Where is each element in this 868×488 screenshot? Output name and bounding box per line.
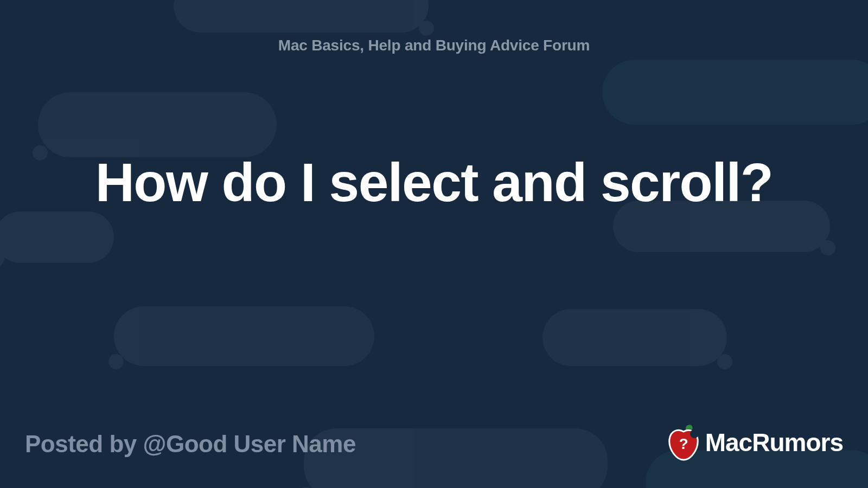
decorative-bubble (114, 306, 374, 366)
decorative-bubble (38, 92, 277, 157)
author-name: Good User Name (166, 431, 356, 457)
byline-prefix: Posted by @ (25, 431, 166, 457)
forum-name: Mac Basics, Help and Buying Advice Forum (0, 37, 868, 54)
apple-icon: ? (666, 423, 701, 462)
decorative-bubble (174, 0, 429, 33)
decorative-bubble (0, 211, 114, 263)
thread-title: How do I select and scroll? (65, 152, 803, 213)
decorative-bubble (542, 309, 727, 366)
site-name: MacRumors (705, 428, 843, 457)
posted-by: Posted by @Good User Name (25, 431, 356, 458)
decorative-bubble (602, 60, 868, 125)
svg-text:?: ? (679, 435, 688, 452)
svg-point-0 (690, 429, 699, 438)
site-logo: ? MacRumors (666, 423, 843, 462)
